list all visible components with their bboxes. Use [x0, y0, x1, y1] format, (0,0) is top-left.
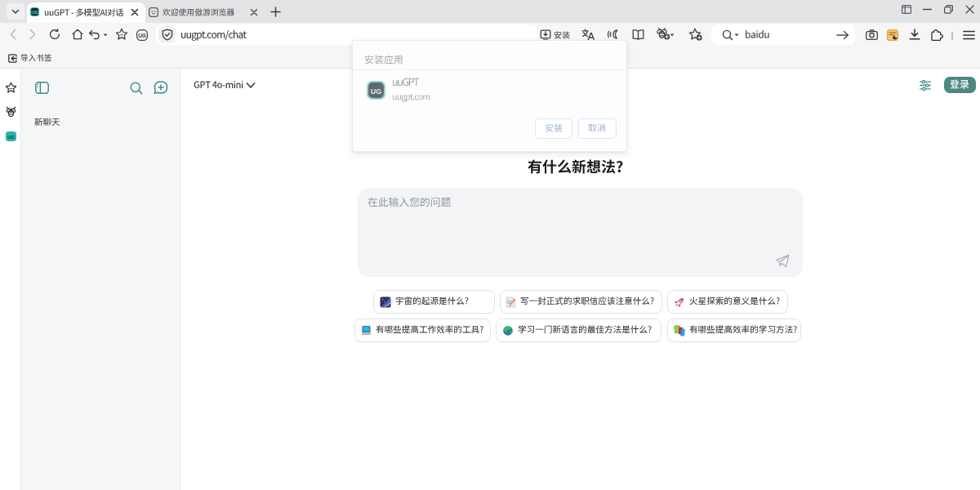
svg-text:UG: UG [138, 32, 146, 38]
svg-text:UG: UG [7, 135, 15, 140]
svg-text:UG: UG [371, 87, 382, 95]
svg-text:UG: UG [31, 10, 38, 15]
